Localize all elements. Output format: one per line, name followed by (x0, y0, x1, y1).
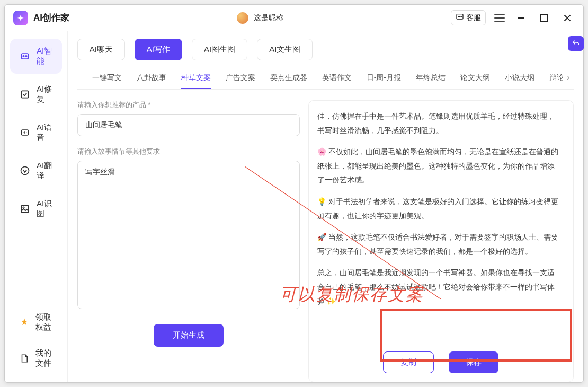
tab-ai-write[interactable]: AI写作 (135, 39, 182, 60)
sidebar-item-label: AI翻译 (37, 161, 52, 181)
svg-rect-4 (21, 54, 28, 59)
sidebar-item-ai-voice[interactable]: AI语音 (10, 115, 62, 150)
sub-tab[interactable]: 年终总结 (416, 68, 446, 89)
sidebar-item-ai-repair[interactable]: AI修复 (10, 77, 62, 112)
output-paragraph: 🚀 当然，这款毛笔不仅适合书法爱好者，对于需要签字的职场人士、需要写字的孩子们，… (317, 230, 562, 258)
product-input[interactable] (77, 114, 300, 136)
output-paragraph: 💡 对于书法初学者来说，这支笔是极好的入门选择。它让你的练习变得更加有趣，也让你… (317, 195, 562, 223)
sidebar-item-ai-image[interactable]: AI识图 (10, 191, 62, 226)
sub-tab[interactable]: 八卦故事 (137, 68, 166, 89)
chat-icon (456, 13, 464, 23)
sub-tab[interactable]: 英语作文 (322, 68, 352, 89)
sub-tab-active[interactable]: 种草文案 (181, 68, 211, 89)
copy-button[interactable]: 复制 (383, 351, 434, 373)
minimize-button[interactable] (513, 11, 528, 25)
sidebar-benefits[interactable]: 领取权益 (10, 306, 62, 339)
sidebar-item-label: AI识图 (37, 199, 52, 219)
main-tabs: AI聊天 AI写作 AI图生图 AI文生图 (77, 39, 574, 60)
story-textarea[interactable] (77, 161, 300, 309)
app-title: AI创作家 (33, 12, 69, 24)
tab-ai-txt2img[interactable]: AI文生图 (257, 39, 313, 60)
svg-rect-7 (21, 91, 28, 98)
sidebar: AI智能 AI修复 AI语音 AI翻译 AI识图 领取权益 (5, 31, 68, 382)
svg-point-1 (458, 16, 459, 17)
output-paragraph: 总之，山间居毛笔是我近期发现的一个书写神器。如果你也在寻找一支适合自己的毛笔，那… (317, 266, 562, 308)
sub-tab[interactable]: 论文大纲 (460, 68, 490, 89)
support-button[interactable]: 客服 (451, 10, 486, 25)
sub-tab[interactable]: 小说大纲 (505, 68, 534, 89)
file-icon (20, 353, 29, 364)
app-logo-icon: ✦ (13, 11, 28, 25)
repair-icon (20, 89, 30, 100)
svg-point-3 (461, 16, 461, 17)
product-label: 请输入你想推荐的产品 * (77, 100, 300, 110)
undo-icon (572, 39, 580, 48)
sidebar-myfiles-label: 我的文件 (35, 348, 52, 368)
output-paragraph: 佳，仿佛握在手中是一件艺术品。笔锋则选用优质羊毛，经过特殊处理，书写时丝滑流畅，… (317, 109, 562, 137)
svg-point-11 (23, 207, 24, 208)
form-pane: 请输入你想推荐的产品 * 请输入故事情节等其他要求 开始生成 (77, 100, 300, 382)
output-pane: 佳，仿佛握在手中是一件艺术品。笔锋则选用优质羊毛，经过特殊处理，书写时丝滑流畅，… (308, 100, 574, 382)
main-content: AI聊天 AI写作 AI图生图 AI文生图 一键写文 八卦故事 种草文案 广告文… (68, 31, 583, 382)
maximize-button[interactable] (537, 11, 551, 25)
save-button[interactable]: 保存 (449, 351, 498, 373)
voice-icon (20, 127, 30, 138)
svg-rect-10 (21, 205, 28, 212)
close-button[interactable] (560, 11, 575, 25)
output-text[interactable]: 佳，仿佛握在手中是一件艺术品。笔锋则选用优质羊毛，经过特殊处理，书写时丝滑流畅，… (317, 109, 565, 343)
sidebar-item-label: AI语音 (37, 122, 52, 143)
sub-tab[interactable]: 一键写文 (92, 68, 122, 89)
back-fab-button[interactable] (568, 36, 584, 51)
menu-icon[interactable] (494, 14, 505, 22)
tab-ai-img2img[interactable]: AI图生图 (192, 39, 247, 60)
sparkle-icon (20, 51, 30, 61)
output-paragraph: 🌸 不仅如此，山间居毛笔的墨色饱满而均匀，无论是在宣纸还是在普通的纸张上，都能呈… (317, 145, 562, 187)
translate-icon (20, 165, 30, 176)
sidebar-item-ai-translate[interactable]: AI翻译 (10, 153, 62, 188)
sidebar-item-ai-smart[interactable]: AI智能 (10, 39, 62, 74)
nickname-label: 这是昵称 (254, 13, 283, 23)
story-label: 请输入故事情节等其他要求 (77, 147, 300, 156)
sidebar-myfiles[interactable]: 我的文件 (10, 342, 62, 375)
svg-point-2 (459, 16, 460, 17)
sidebar-benefits-label: 领取权益 (35, 312, 52, 332)
svg-point-5 (23, 56, 24, 57)
generate-button[interactable]: 开始生成 (154, 324, 224, 347)
sub-tab[interactable]: 卖点生成器 (270, 68, 307, 89)
sidebar-item-label: AI智能 (37, 46, 52, 66)
app-window: ✦ AI创作家 这是昵称 客服 AI智能 (4, 4, 584, 383)
sidebar-item-label: AI修复 (37, 84, 52, 104)
gift-icon (20, 317, 29, 328)
sub-tab[interactable]: 广告文案 (226, 68, 255, 89)
sub-tab[interactable]: 日-周-月报 (367, 68, 401, 89)
sub-tabs: 一键写文 八卦故事 种草文案 广告文案 卖点生成器 英语作文 日-周-月报 年终… (77, 68, 574, 89)
svg-point-6 (25, 56, 27, 57)
support-label: 客服 (466, 13, 481, 23)
avatar[interactable] (237, 12, 248, 24)
sub-tabs-next-icon[interactable]: › (563, 72, 574, 83)
titlebar: ✦ AI创作家 这是昵称 客服 (5, 5, 583, 31)
image-icon (20, 204, 30, 214)
tab-ai-chat[interactable]: AI聊天 (77, 39, 125, 60)
